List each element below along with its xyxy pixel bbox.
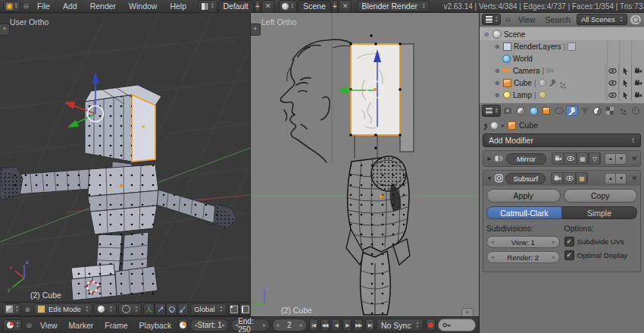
editor-type-button[interactable]: ▲▼ [3,319,22,331]
pivot-point-select[interactable]: ▲▼ [118,303,142,316]
collapse-icon[interactable]: ⊖ [483,31,490,38]
increment-icon[interactable]: ▸ [263,322,266,328]
selectability-toggle[interactable] [618,64,631,77]
toolshelf-expand-button[interactable]: + [251,24,261,36]
viewport-left-ortho[interactable]: z y Left Ortho (2) Cube + + [250,13,480,316]
renderability-toggle[interactable] [631,77,644,89]
selectability-toggle[interactable] [618,77,631,89]
viewport-user-ortho[interactable]: z y x User Ortho (2) Cube + [0,13,250,302]
current-frame-field[interactable]: ◂ 2 ▸ [272,319,307,331]
rotate-manipulator-toggle[interactable] [166,303,177,316]
tab-physics[interactable] [630,105,642,116]
tab-object[interactable] [540,105,552,116]
delete-modifier-button[interactable]: ✕ [631,174,637,182]
copy-button[interactable]: Copy [564,189,638,203]
jump-start-button[interactable]: |◀ [309,319,318,331]
visibility-toggle[interactable] [605,89,618,101]
collapse-icon[interactable]: ▼ [486,175,492,182]
editor-type-button[interactable]: ▲▼ [482,14,501,25]
move-down-button[interactable]: ▼ [616,173,627,184]
scene-name-field[interactable]: Scene [298,0,331,13]
editmode-visibility-toggle[interactable]: ▦ [577,152,589,165]
collapse-menus-icon[interactable]: ⊖ [503,16,512,24]
render-subdivisions-stepper[interactable]: ◂ Render: 2 ▸ [486,251,560,263]
outliner-row-lamp[interactable]: ⊕ Lamp | [480,89,644,101]
menu-view[interactable]: View [36,321,62,330]
tab-texture[interactable] [604,105,616,116]
outliner-row-scene[interactable]: ⊖ Scene [480,28,644,40]
edge-select-toggle[interactable] [239,303,251,316]
viewport-shading-select[interactable]: ▲▼ [94,303,116,316]
menu-search[interactable]: Search [542,15,574,24]
outliner-row-camera[interactable]: ⊕ Camera | [480,64,644,77]
menu-help[interactable]: Help [164,2,192,11]
mirror-modifier-header[interactable]: ► Mirror ▦ ▽ ▲ ▼ ✕ [483,151,640,166]
increment-icon[interactable]: ▸ [300,322,303,328]
vertex-select-toggle[interactable] [228,303,239,316]
body-mesh[interactable] [346,156,410,315]
play-button[interactable]: ▶ [342,319,352,331]
add-modifier-dropdown[interactable]: Add Modifier ▲▼ [483,134,641,147]
renderability-toggle[interactable] [631,89,644,101]
renderability-toggle[interactable] [631,64,644,77]
move-down-button[interactable]: ▼ [616,153,627,165]
tab-render[interactable] [502,105,514,116]
outliner-row-cube[interactable]: ⊕ Cube | [480,77,644,89]
pin-icon[interactable] [484,124,487,127]
render-visibility-toggle[interactable] [551,172,564,184]
keying-set-field[interactable] [438,319,476,331]
expand-icon[interactable]: ⊕ [493,92,501,99]
editmode-visibility-toggle[interactable]: ▦ [576,172,588,184]
visibility-toggle[interactable] [605,64,618,77]
menu-view[interactable]: View [514,15,539,24]
delete-modifier-button[interactable]: ✕ [631,155,637,162]
tab-material[interactable] [591,105,603,116]
menu-marker[interactable]: Marker [64,321,98,330]
menu-file[interactable]: File [31,2,56,11]
play-reverse-button[interactable]: ◀ [331,319,340,331]
jump-end-button[interactable]: ▶| [365,319,374,331]
sync-mode-select[interactable]: No Sync ▲▼ [377,319,424,331]
tab-modifiers[interactable] [566,105,578,116]
tab-particles[interactable] [617,105,629,116]
view-subdivisions-stepper[interactable]: ◂ View: 1 ▸ [486,236,560,248]
increment-icon[interactable]: ▸ [222,322,225,328]
visibility-toggle[interactable] [605,77,618,89]
decrement-icon[interactable]: ◂ [491,254,494,260]
render-engine-select[interactable]: Blender Render ▲▼ [357,1,430,12]
tab-object-data[interactable] [579,105,591,116]
modifier-name-field[interactable]: Subsurf [505,173,546,184]
toolshelf-expand-button[interactable]: + [0,24,10,36]
expand-icon[interactable]: ⊕ [493,68,501,74]
decrement-icon[interactable]: ◂ [276,322,279,328]
frame-end-field[interactable]: ◂ End: 250 ▸ [231,319,270,331]
render-visibility-toggle[interactable] [552,152,564,165]
move-up-button[interactable]: ▲ [605,153,616,165]
translate-manipulator-toggle[interactable] [155,303,166,316]
menu-render[interactable]: Render [84,2,122,11]
optimal-display-checkbox[interactable]: ✓ [564,250,574,260]
move-up-button[interactable]: ▲ [605,173,616,184]
next-keyframe-button[interactable]: ▶▶ [354,319,363,331]
viewport-visibility-toggle[interactable] [564,172,576,184]
subdivide-uvs-checkbox[interactable]: ✓ [564,237,574,247]
menu-window[interactable]: Window [123,2,163,11]
collapse-menus-icon[interactable]: ⊖ [21,2,30,10]
menu-frame[interactable]: Frame [100,321,132,330]
manipulator-axis-toggle[interactable] [143,303,155,316]
increment-icon[interactable]: ▸ [552,254,555,260]
delete-layout-button[interactable]: ✕ [261,0,275,13]
add-layout-button[interactable]: + [255,0,261,13]
tab-constraints[interactable] [553,105,565,116]
viewport-left-canvas[interactable]: z y x [0,13,250,302]
auto-keyframe-button[interactable] [426,319,436,331]
mode-select[interactable]: Edit Mode ▲▼ [33,303,92,316]
screen-layout-icon-button[interactable]: ▲▼ [198,0,217,13]
outliner-row-world[interactable]: World [480,52,644,64]
expand-icon[interactable]: ⊕ [493,80,501,86]
simple-button[interactable]: Simple [562,206,637,219]
scale-manipulator-toggle[interactable] [177,303,189,316]
frame-start-field[interactable]: ◂ Start: 1 ▸ [190,319,229,331]
increment-icon[interactable]: ▸ [552,239,555,245]
expand-icon[interactable]: ► [486,156,492,162]
